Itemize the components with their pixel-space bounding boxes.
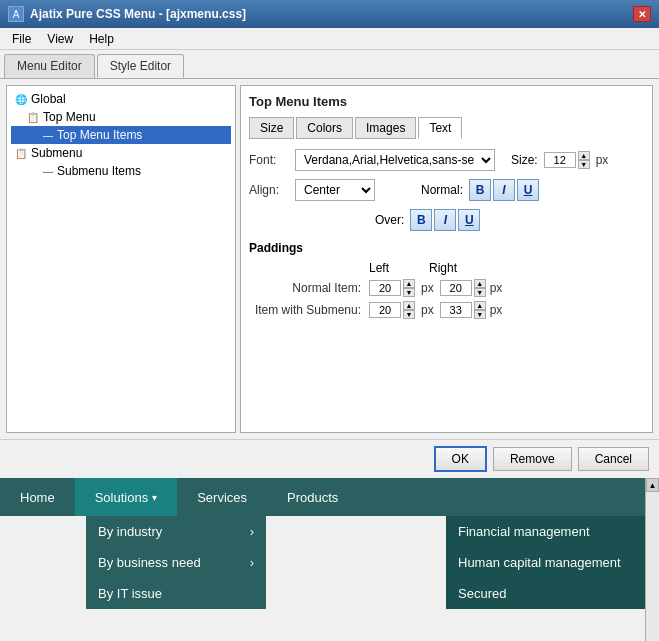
preview-area: Home Solutions ▾ Services Products By in… (0, 478, 659, 641)
normal-left-spinner[interactable]: ▲ ▼ (369, 279, 415, 297)
left-header: Left (369, 261, 389, 275)
tree-icon-submenu: 📋 (15, 148, 27, 159)
submenu-right-up[interactable]: ▲ (474, 301, 486, 310)
scroll-track (646, 492, 659, 641)
tree-label-submenu: Submenu (31, 146, 82, 160)
sub-financial[interactable]: Financial management (446, 516, 659, 547)
normal-right-up[interactable]: ▲ (474, 279, 486, 288)
tree-icon-submenuitems: — (43, 166, 53, 177)
tab-menu-editor[interactable]: Menu Editor (4, 54, 95, 78)
align-label: Align: (249, 183, 289, 197)
tab-images[interactable]: Images (355, 117, 416, 139)
help-menu[interactable]: Help (81, 30, 122, 48)
nav-solutions[interactable]: Solutions ▾ (75, 478, 177, 516)
tab-size[interactable]: Size (249, 117, 294, 139)
window-title: Ajatix Pure CSS Menu - [ajxmenu.css] (30, 7, 246, 21)
font-select[interactable]: Verdana,Arial,Helvetica,sans-serif (295, 149, 495, 171)
app-icon: A (8, 6, 24, 22)
normal-right-px: px (490, 281, 503, 295)
tree-label-global: Global (31, 92, 66, 106)
bottom-buttons: OK Remove Cancel (0, 439, 659, 478)
tab-colors[interactable]: Colors (296, 117, 353, 139)
dropdown-by-industry[interactable]: By industry › (86, 516, 266, 547)
tree-item-topmenu[interactable]: 📋 Top Menu (11, 108, 231, 126)
font-label: Font: (249, 153, 289, 167)
sub-human-capital[interactable]: Human capital management (446, 547, 659, 578)
tree-label-topmenu: Top Menu (43, 110, 96, 124)
dropdown-by-it[interactable]: By IT issue (86, 578, 266, 609)
by-it-label: By IT issue (98, 586, 162, 601)
submenu-right-px: px (490, 303, 503, 317)
normal-italic-btn[interactable]: I (493, 179, 515, 201)
normal-left-down[interactable]: ▼ (403, 288, 415, 297)
submenu-left-up[interactable]: ▲ (403, 301, 415, 310)
dropdown-by-business[interactable]: By business need › (86, 547, 266, 578)
size-up[interactable]: ▲ (578, 151, 590, 160)
dropdown-area: By industry › By business need › By IT i… (0, 516, 645, 609)
tree-item-submenu[interactable]: 📋 Submenu (11, 144, 231, 162)
normal-right-input[interactable] (440, 280, 472, 296)
align-select[interactable]: Center Left Right (295, 179, 375, 201)
title-bar: A Ajatix Pure CSS Menu - [ajxmenu.css] ✕ (0, 0, 659, 28)
by-industry-label: By industry (98, 524, 162, 539)
size-spinner[interactable]: ▲ ▼ (544, 151, 590, 169)
tree-label-topmenuitems: Top Menu Items (57, 128, 142, 142)
tree-item-global[interactable]: 🌐 Global (11, 90, 231, 108)
font-row: Font: Verdana,Arial,Helvetica,sans-serif… (249, 149, 644, 171)
normal-item-label: Normal Item: (249, 281, 369, 295)
over-label: Over: (375, 213, 404, 227)
submenu-item-row: Item with Submenu: ▲ ▼ px ▲ ▼ px (249, 301, 644, 319)
submenu-right-down[interactable]: ▼ (474, 310, 486, 319)
normal-right-spinner[interactable]: ▲ ▼ (440, 279, 486, 297)
products-sub-dropdown: Financial management Human capital manag… (446, 516, 659, 609)
submenu-left-input[interactable] (369, 302, 401, 318)
by-business-arrow: › (250, 555, 254, 570)
size-input[interactable] (544, 152, 576, 168)
submenu-left-px: px (421, 303, 434, 317)
sub-secured[interactable]: Secured (446, 578, 659, 609)
tab-text[interactable]: Text (418, 117, 462, 139)
scroll-up-btn[interactable]: ▲ (646, 478, 659, 492)
menu-bar: File View Help (0, 28, 659, 50)
main-area: 🌐 Global 📋 Top Menu — Top Menu Items 📋 S… (0, 79, 659, 439)
spacer (0, 516, 86, 609)
panel-title: Top Menu Items (249, 94, 644, 109)
cancel-button[interactable]: Cancel (578, 447, 649, 471)
submenu-right-spinner[interactable]: ▲ ▼ (440, 301, 486, 319)
normal-left-input[interactable] (369, 280, 401, 296)
tree-label-submenuitems: Submenu Items (57, 164, 141, 178)
normal-label: Normal: (421, 183, 463, 197)
nav-home[interactable]: Home (0, 478, 75, 516)
remove-button[interactable]: Remove (493, 447, 572, 471)
by-industry-arrow: › (250, 524, 254, 539)
size-px: px (596, 153, 609, 167)
submenu-right-input[interactable] (440, 302, 472, 318)
solutions-dropdown: By industry › By business need › By IT i… (86, 516, 266, 609)
tree-item-topmenuitems[interactable]: — Top Menu Items (11, 126, 231, 144)
scrollbar[interactable]: ▲ ▼ (645, 478, 659, 641)
over-underline-btn[interactable]: U (458, 209, 480, 231)
size-label: Size: (511, 153, 538, 167)
normal-underline-btn[interactable]: U (517, 179, 539, 201)
nav-products[interactable]: Products (267, 478, 358, 516)
ok-button[interactable]: OK (434, 446, 487, 472)
normal-bold-btn[interactable]: B (469, 179, 491, 201)
nav-services[interactable]: Services (177, 478, 267, 516)
tab-style-editor[interactable]: Style Editor (97, 54, 184, 78)
tree-item-submenuitems[interactable]: — Submenu Items (11, 162, 231, 180)
submenu-left-spinner[interactable]: ▲ ▼ (369, 301, 415, 319)
solutions-arrow: ▾ (152, 492, 157, 503)
by-business-label: By business need (98, 555, 201, 570)
submenu-left-down[interactable]: ▼ (403, 310, 415, 319)
view-menu[interactable]: View (39, 30, 81, 48)
size-down[interactable]: ▼ (578, 160, 590, 169)
normal-item-row: Normal Item: ▲ ▼ px ▲ ▼ px (249, 279, 644, 297)
over-bold-btn[interactable]: B (410, 209, 432, 231)
paddings-title: Paddings (249, 241, 644, 255)
over-format-group: B I U (410, 209, 480, 231)
normal-left-up[interactable]: ▲ (403, 279, 415, 288)
over-italic-btn[interactable]: I (434, 209, 456, 231)
normal-right-down[interactable]: ▼ (474, 288, 486, 297)
file-menu[interactable]: File (4, 30, 39, 48)
close-button[interactable]: ✕ (633, 6, 651, 22)
